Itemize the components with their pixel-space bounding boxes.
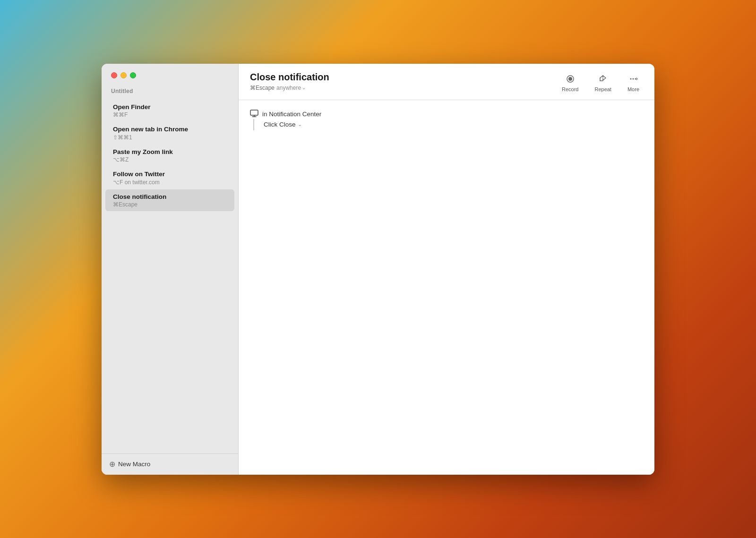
repeat-label: Repeat — [594, 86, 611, 92]
action-connector-line — [253, 119, 254, 130]
main-toolbar: Record Repeat — [558, 71, 643, 94]
macro-title: Close notification — [250, 71, 329, 83]
trigger-location-text: anywhere — [276, 85, 301, 91]
svg-rect-7 — [250, 110, 258, 115]
sidebar-item-name: Paste my Zoom link — [113, 148, 227, 156]
sidebar-header — [102, 64, 238, 84]
svg-point-5 — [633, 78, 634, 79]
sidebar-item-shortcut: ⌘⌘F — [113, 111, 227, 118]
sidebar-item-name: Close notification — [113, 193, 227, 201]
sidebar-item-name: Follow on Twitter — [113, 170, 227, 179]
sidebar-item-name: Open new tab in Chrome — [113, 125, 227, 134]
action-trigger: in Notification Center — [250, 110, 643, 119]
plus-circle-icon: ⊕ — [109, 461, 115, 468]
record-label: Record — [562, 86, 578, 92]
app-window: Untitled Open Finder ⌘⌘F Open new tab in… — [102, 64, 654, 475]
sidebar-item-name: Open Finder — [113, 103, 227, 111]
chevron-down-icon: ⌄ — [298, 121, 302, 128]
monitor-icon — [250, 110, 258, 119]
sidebar-group-label: Untitled — [102, 84, 238, 97]
action-group: in Notification Center Click Close ⌄ — [250, 110, 643, 130]
svg-point-6 — [635, 78, 636, 79]
sidebar-item-shortcut: ⌥F on twitter.com — [113, 179, 227, 186]
action-label: Click Close — [264, 121, 296, 128]
sidebar-item-open-finder[interactable]: Open Finder ⌘⌘F — [105, 100, 234, 122]
main-header: Close notification ⌘Escape anywhere ⌄ — [239, 64, 654, 100]
record-icon — [566, 74, 575, 85]
sidebar-item-paste-zoom[interactable]: Paste my Zoom link ⌥⌘Z — [105, 145, 234, 167]
maximize-button[interactable] — [130, 72, 136, 78]
repeat-icon — [598, 74, 608, 85]
sidebar-item-shortcut: ⌥⌘Z — [113, 156, 227, 163]
sidebar-item-follow-twitter[interactable]: Follow on Twitter ⌥F on twitter.com — [105, 167, 234, 189]
more-button[interactable]: More — [624, 72, 643, 94]
record-button[interactable]: Record — [558, 72, 582, 94]
svg-point-1 — [568, 77, 572, 81]
macro-shortcut: ⌘Escape — [250, 85, 275, 91]
sidebar-item-shortcut: ⌘Escape — [113, 201, 227, 208]
minimize-button[interactable] — [120, 72, 127, 78]
sidebar-items: Open Finder ⌘⌘F Open new tab in Chrome ⇧… — [102, 97, 238, 453]
more-label: More — [627, 86, 639, 92]
macro-subtitle: ⌘Escape anywhere ⌄ — [250, 85, 329, 91]
trigger-location[interactable]: anywhere ⌄ — [276, 85, 306, 91]
repeat-button[interactable]: Repeat — [591, 72, 615, 94]
traffic-lights — [111, 72, 136, 78]
sidebar-item-shortcut: ⇧⌘⌘1 — [113, 134, 227, 141]
main-panel: Close notification ⌘Escape anywhere ⌄ — [239, 64, 654, 475]
trigger-text: in Notification Center — [262, 111, 321, 118]
action-text[interactable]: Click Close ⌄ — [264, 121, 302, 128]
sidebar-item-close-notification[interactable]: Close notification ⌘Escape — [105, 189, 234, 212]
sidebar-item-open-new-tab[interactable]: Open new tab in Chrome ⇧⌘⌘1 — [105, 122, 234, 144]
main-title-area: Close notification ⌘Escape anywhere ⌄ — [250, 71, 329, 91]
more-icon — [628, 74, 638, 85]
new-macro-label: New Macro — [118, 461, 150, 468]
chevron-down-icon: ⌄ — [302, 85, 306, 90]
action-row: Click Close ⌄ — [250, 121, 643, 130]
svg-point-4 — [630, 78, 632, 79]
close-button[interactable] — [111, 72, 117, 78]
sidebar: Untitled Open Finder ⌘⌘F Open new tab in… — [102, 64, 239, 475]
main-content: in Notification Center Click Close ⌄ — [239, 100, 654, 475]
new-macro-button[interactable]: ⊕ New Macro — [102, 453, 238, 475]
